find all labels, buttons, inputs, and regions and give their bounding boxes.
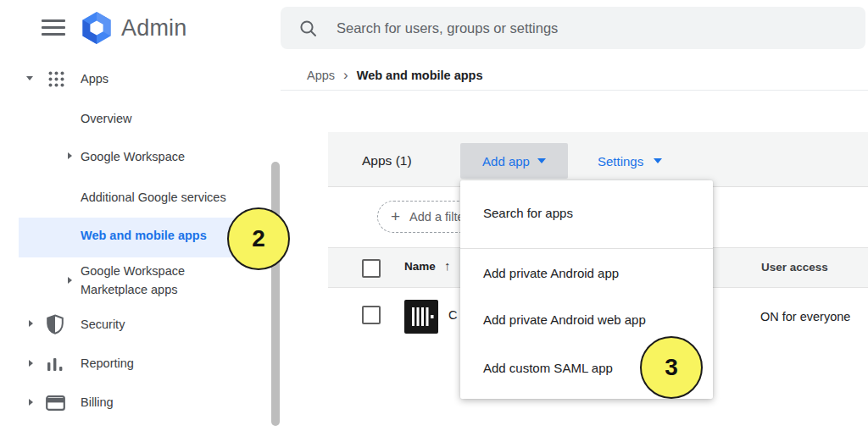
sidebar-item-label: Additional Google services <box>81 191 226 204</box>
menu-item-label: Add private Android web app <box>483 312 646 327</box>
settings-button[interactable]: Settings <box>593 143 667 179</box>
chevron-right-icon[interactable] <box>68 277 72 284</box>
sort-ascending-icon[interactable]: ↑ <box>444 258 451 273</box>
chevron-right-icon[interactable] <box>68 152 72 159</box>
dropdown-caret-icon <box>654 158 662 163</box>
menu-item-label: Search for apps <box>483 206 573 220</box>
bar-chart-icon <box>47 357 64 372</box>
step-2-annotation-badge: 2 <box>227 207 290 270</box>
app-title: Admin <box>121 15 187 41</box>
apps-count-title: Apps (1) <box>362 153 412 169</box>
step-number: 2 <box>252 225 265 252</box>
breadcrumb-separator: › <box>343 69 348 81</box>
sidebar-item-label: Billing <box>81 395 114 409</box>
credit-card-icon <box>46 395 65 411</box>
search-input[interactable] <box>335 19 813 37</box>
shield-icon <box>46 314 64 334</box>
dropdown-caret-icon <box>537 158 546 163</box>
plus-icon: + <box>391 207 400 226</box>
chevron-down-icon[interactable] <box>26 76 33 80</box>
global-search[interactable] <box>281 7 865 49</box>
user-access-column-header: User access <box>761 261 828 274</box>
sidebar-item-label: Reporting <box>81 356 134 370</box>
header-divider <box>281 90 868 91</box>
admin-logo[interactable]: Admin <box>80 11 187 45</box>
sidebar-item-label: Apps <box>81 72 108 86</box>
row-checkbox[interactable] <box>362 306 381 324</box>
add-app-label: Add app <box>482 154 530 169</box>
menu-item-add-private-android-web-app[interactable]: Add private Android web app <box>460 299 713 340</box>
sidebar-item-label: Security <box>81 318 125 331</box>
menu-item-label: Add custom SAML app <box>483 361 613 375</box>
sidebar-scrollbar[interactable] <box>271 162 280 426</box>
menu-item-label: Add private Android app <box>483 266 619 280</box>
user-access-cell: ON for everyone <box>760 310 850 323</box>
menu-hamburger-icon[interactable] <box>42 19 65 36</box>
menu-item-add-private-android-app[interactable]: Add private Android app <box>460 252 713 293</box>
breadcrumb-current: Web and mobile apps <box>357 69 483 82</box>
chevron-right-icon[interactable] <box>29 399 33 406</box>
name-column-header[interactable]: Name <box>404 260 436 273</box>
admin-hexagon-icon <box>80 11 114 45</box>
sidebar-item-label: Overview <box>81 112 131 125</box>
menu-item-search-for-apps[interactable]: Search for apps <box>460 192 713 233</box>
menu-divider <box>460 248 713 249</box>
settings-label: Settings <box>598 154 643 169</box>
app-logo-icon[interactable] <box>404 300 438 334</box>
add-app-button[interactable]: Add app <box>460 143 568 179</box>
chevron-right-icon[interactable] <box>29 360 33 367</box>
sidebar-item-label: Google Workspace <box>81 150 185 163</box>
step-number: 3 <box>665 354 678 381</box>
apps-grid-icon <box>47 70 65 88</box>
app-name-cell[interactable]: C <box>448 308 457 322</box>
sidebar-item-label: Web and mobile apps <box>81 229 207 242</box>
chevron-right-icon[interactable] <box>29 320 33 327</box>
search-icon <box>299 19 317 37</box>
sidebar-item-label: Google Workspace Marketplace apps <box>81 262 216 299</box>
select-all-checkbox[interactable] <box>362 259 381 278</box>
google-admin-console: Admin Apps › Web and mobile apps Apps Ov… <box>0 0 868 431</box>
breadcrumb-apps-link[interactable]: Apps <box>307 69 335 82</box>
step-3-annotation-badge: 3 <box>640 336 703 399</box>
sidebar-item-web-and-mobile-apps[interactable]: Web and mobile apps <box>19 218 260 257</box>
breadcrumb: Apps › Web and mobile apps <box>307 66 483 85</box>
